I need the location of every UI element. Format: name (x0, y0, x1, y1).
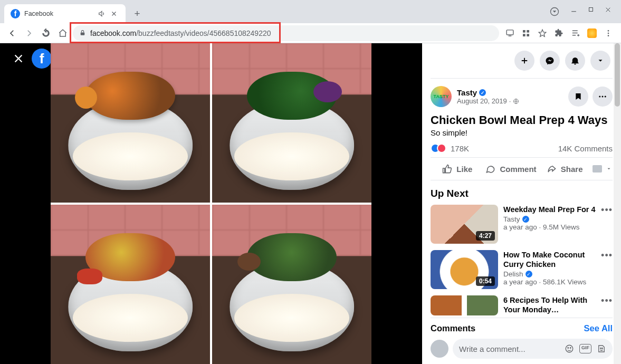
like-button[interactable]: Like (431, 158, 484, 180)
svg-point-13 (602, 96, 604, 98)
verified-badge-icon: ✓ (526, 271, 532, 277)
svg-rect-1 (589, 8, 593, 12)
video-theater: f (0, 43, 422, 364)
upnext-title: How To Make Coconut Curry Chicken (503, 250, 596, 269)
upnext-item[interactable]: 0:54 How To Make Coconut Curry Chicken D… (431, 250, 613, 289)
svg-point-17 (570, 348, 571, 349)
lock-icon (79, 30, 86, 36)
svg-rect-3 (507, 30, 513, 35)
save-video-button[interactable] (568, 87, 588, 107)
upnext-meta: a year ago · 586.1K Views (503, 278, 596, 286)
comment-button[interactable]: Comment (484, 158, 538, 180)
page-name-text: Tasty (457, 88, 477, 97)
video-duration: 0:54 (476, 276, 495, 286)
privacy-public-icon (513, 98, 519, 104)
window-maximize-icon[interactable] (588, 6, 594, 17)
address-bar[interactable]: facebook.com/buzzfeedtasty/videos/456685… (73, 25, 499, 41)
upnext-options-button[interactable]: ••• (601, 295, 613, 315)
chrome-menu-icon[interactable] (604, 29, 613, 37)
upnext-item[interactable]: 6 Recipes To Help With Your Monday… ••• (431, 295, 613, 315)
svg-point-16 (568, 348, 569, 349)
toolbar-actions (502, 28, 616, 38)
extensions-puzzle-icon[interactable] (555, 28, 563, 37)
comment-placeholder: Write a comment... (459, 344, 526, 353)
window-controls (549, 6, 621, 23)
upnext-thumbnail (431, 295, 498, 315)
video-frame[interactable] (51, 43, 371, 364)
tab-audio-icon[interactable] (98, 10, 107, 17)
upnext-options-button[interactable]: ••• (601, 250, 613, 289)
nav-home-button[interactable] (56, 26, 70, 40)
upnext-source: Delish (503, 270, 523, 278)
window-minimize-icon[interactable] (570, 6, 577, 17)
video-duration: 4:27 (476, 231, 495, 241)
nav-reload-button[interactable] (39, 26, 53, 40)
page-name-link[interactable]: Tasty ✓ (457, 88, 519, 97)
gif-icon[interactable]: GIF (579, 344, 591, 353)
upnext-meta: a year ago · 9.5M Views (503, 223, 596, 231)
svg-point-14 (605, 96, 606, 98)
pinned-extension-icon[interactable] (587, 28, 597, 38)
reading-list-icon[interactable] (571, 28, 580, 37)
video-sidebar: TASTY Tasty ✓ August 20, 2019 · (422, 43, 621, 364)
facebook-logo-icon[interactable]: f (32, 49, 52, 69)
sticker-icon[interactable] (597, 344, 606, 353)
upnext-item[interactable]: 4:27 Weekday Meal Prep For 4 Tasty✓ a ye… (431, 205, 613, 244)
video-caption: So simple! (431, 128, 613, 137)
love-reaction-icon (437, 143, 446, 153)
page-avatar[interactable]: TASTY (431, 86, 452, 107)
window-close-icon[interactable] (605, 6, 612, 17)
reaction-count[interactable]: 178K (451, 144, 469, 153)
post-date: August 20, 2019 (457, 97, 507, 105)
upnext-options-button[interactable]: ••• (601, 205, 613, 244)
browser-tab[interactable]: f Facebook (4, 4, 126, 23)
video-title: Chicken Bowl Meal Prep 4 Ways (431, 113, 613, 127)
share-button[interactable]: Share (538, 158, 591, 180)
new-tab-button[interactable]: + (130, 6, 145, 21)
svg-point-18 (600, 348, 601, 349)
emoji-icon[interactable] (565, 344, 574, 353)
facebook-favicon-icon: f (11, 9, 20, 18)
bookmark-star-icon[interactable] (538, 28, 547, 38)
svg-point-9 (608, 32, 609, 34)
svg-point-12 (599, 96, 600, 98)
notifications-button[interactable] (565, 51, 585, 71)
upnext-title: Weekday Meal Prep For 4 (503, 205, 596, 214)
svg-point-19 (602, 348, 603, 349)
svg-rect-6 (523, 34, 526, 36)
upnext-title: 6 Recipes To Help With Your Monday… (503, 295, 596, 314)
comment-count[interactable]: 14K Comments (558, 144, 613, 153)
verified-badge-icon: ✓ (522, 216, 529, 223)
grid-extension-icon[interactable] (522, 29, 530, 37)
upnext-thumbnail: 4:27 (431, 205, 498, 244)
tab-strip: f Facebook + (0, 0, 621, 23)
up-next-heading: Up Next (431, 188, 613, 199)
create-button[interactable] (514, 51, 534, 71)
upnext-source: Tasty (503, 215, 520, 223)
cast-icon[interactable] (505, 28, 514, 37)
tab-title: Facebook (24, 10, 94, 17)
comment-input[interactable]: Write a comment... GIF (453, 339, 613, 359)
tab-close-icon[interactable] (111, 11, 119, 17)
address-url: facebook.com/buzzfeedtasty/videos/456685… (90, 29, 271, 37)
svg-rect-7 (527, 34, 529, 36)
see-all-comments-link[interactable]: See All (584, 323, 613, 333)
svg-point-10 (608, 35, 609, 36)
user-avatar[interactable] (431, 340, 448, 358)
nav-forward-button[interactable] (22, 26, 36, 40)
svg-point-8 (608, 30, 609, 32)
messenger-button[interactable] (540, 51, 560, 71)
svg-rect-2 (81, 32, 85, 35)
nav-back-button[interactable] (5, 26, 19, 40)
profile-menu-icon[interactable] (549, 6, 560, 17)
close-video-button[interactable] (13, 53, 24, 64)
upnext-thumbnail: 0:54 (431, 250, 498, 289)
scrollbar[interactable] (614, 43, 621, 364)
svg-rect-4 (523, 30, 526, 33)
share-menu-button[interactable] (591, 158, 613, 180)
comments-heading: Comments (431, 323, 475, 333)
svg-rect-5 (527, 30, 529, 33)
account-menu-button[interactable] (590, 51, 610, 71)
post-options-button[interactable] (593, 87, 613, 107)
verified-badge-icon: ✓ (479, 89, 486, 96)
